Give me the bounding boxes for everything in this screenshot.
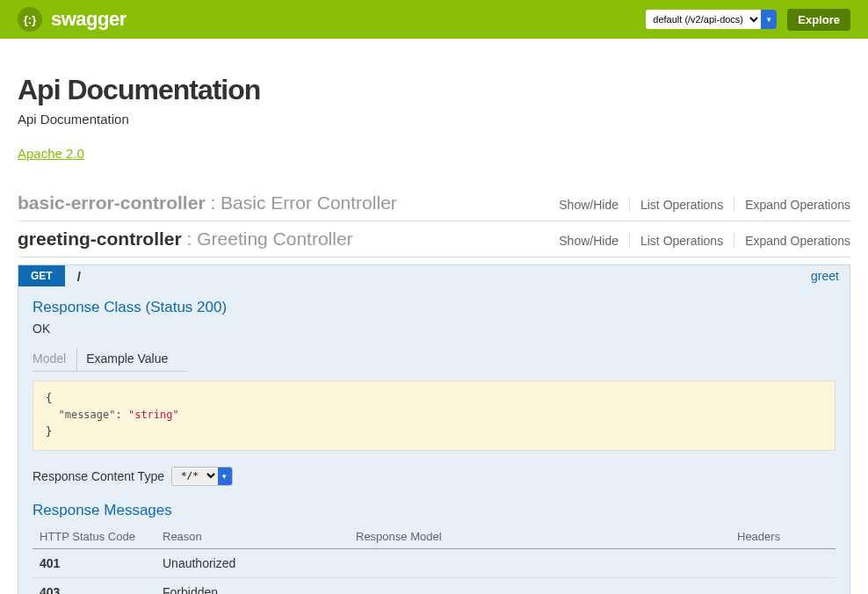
example-tabs: Model Example Value — [33, 348, 187, 372]
response-class-title: Response Class (Status 200) — [33, 299, 835, 316]
show-hide-link[interactable]: Show/Hide — [548, 234, 630, 248]
expand-operations-link[interactable]: Expand Operations — [734, 234, 850, 248]
controllers-list: basic-error-controller : Basic Error Con… — [18, 185, 850, 594]
controller-actions: Show/Hide List Operations Expand Operati… — [548, 234, 850, 248]
show-hide-link[interactable]: Show/Hide — [548, 198, 630, 212]
content-type-label: Response Content Type — [33, 469, 164, 483]
endpoint-path: / — [77, 269, 811, 284]
http-method-badge: GET — [18, 265, 65, 286]
list-operations-link[interactable]: List Operations — [630, 234, 734, 248]
controller-name: greeting-controller : Greeting Controlle… — [18, 228, 353, 250]
controller-greeting[interactable]: greeting-controller : Greeting Controlle… — [18, 221, 850, 257]
chevron-down-icon: ▾ — [761, 10, 777, 29]
content-type-select[interactable]: */* ▾ — [171, 467, 233, 486]
headers-cell — [730, 577, 835, 594]
reason-cell: Forbidden — [156, 577, 349, 594]
main-container: Api Documentation Api Documentation Apac… — [0, 39, 868, 594]
endpoint-greet: GET / greet Response Class (Status 200) … — [18, 264, 850, 594]
controller-name: basic-error-controller : Basic Error Con… — [18, 192, 397, 214]
col-reason: Reason — [156, 525, 349, 549]
header-right: default (/v2/api-docs) ▾ Explore — [646, 9, 850, 31]
headers-cell — [730, 548, 835, 577]
swagger-logo-text: swagger — [51, 8, 127, 31]
app-header: {:} swagger default (/v2/api-docs) ▾ Exp… — [0, 0, 868, 39]
content-type-row: Response Content Type */* ▾ — [33, 467, 835, 486]
col-status-code: HTTP Status Code — [33, 525, 156, 549]
status-code-cell: 401 — [33, 548, 156, 577]
header-left: {:} swagger — [18, 7, 127, 32]
model-cell — [349, 577, 730, 594]
col-response-model: Response Model — [349, 525, 730, 549]
swagger-logo-icon: {:} — [18, 7, 42, 32]
response-status-text: OK — [33, 322, 835, 336]
endpoint-nickname: greet — [811, 269, 850, 283]
status-code-cell: 403 — [33, 577, 156, 594]
chevron-down-icon: ▾ — [218, 467, 232, 486]
expand-operations-link[interactable]: Expand Operations — [734, 198, 850, 212]
model-cell — [349, 548, 730, 577]
tab-model[interactable]: Model — [33, 348, 77, 371]
license-link[interactable]: Apache 2.0 — [18, 146, 84, 161]
controller-basic-error[interactable]: basic-error-controller : Basic Error Con… — [18, 185, 850, 221]
endpoint-header[interactable]: GET / greet — [18, 265, 850, 286]
endpoint-body: Response Class (Status 200) OK Model Exa… — [18, 286, 850, 594]
table-row: 403 Forbidden — [33, 577, 835, 594]
response-messages-title: Response Messages — [33, 502, 835, 519]
spec-select[interactable]: default (/v2/api-docs) — [646, 11, 761, 27]
table-header-row: HTTP Status Code Reason Response Model H… — [33, 525, 835, 549]
spec-selector[interactable]: default (/v2/api-docs) ▾ — [646, 10, 777, 29]
tab-example-value[interactable]: Example Value — [86, 348, 178, 371]
page-title: Api Documentation — [18, 74, 850, 106]
response-messages-section: Response Messages HTTP Status Code Reaso… — [33, 502, 835, 594]
reason-cell: Unauthorized — [156, 548, 349, 577]
response-messages-table: HTTP Status Code Reason Response Model H… — [33, 525, 835, 594]
col-headers: Headers — [730, 525, 835, 549]
example-json-block[interactable]: { "message": "string" } — [33, 380, 835, 451]
table-row: 401 Unauthorized — [33, 548, 835, 577]
controller-actions: Show/Hide List Operations Expand Operati… — [548, 198, 850, 212]
page-subtitle: Api Documentation — [18, 112, 850, 127]
explore-button[interactable]: Explore — [787, 9, 850, 31]
content-type-dropdown[interactable]: */* — [172, 467, 218, 484]
list-operations-link[interactable]: List Operations — [630, 198, 734, 212]
